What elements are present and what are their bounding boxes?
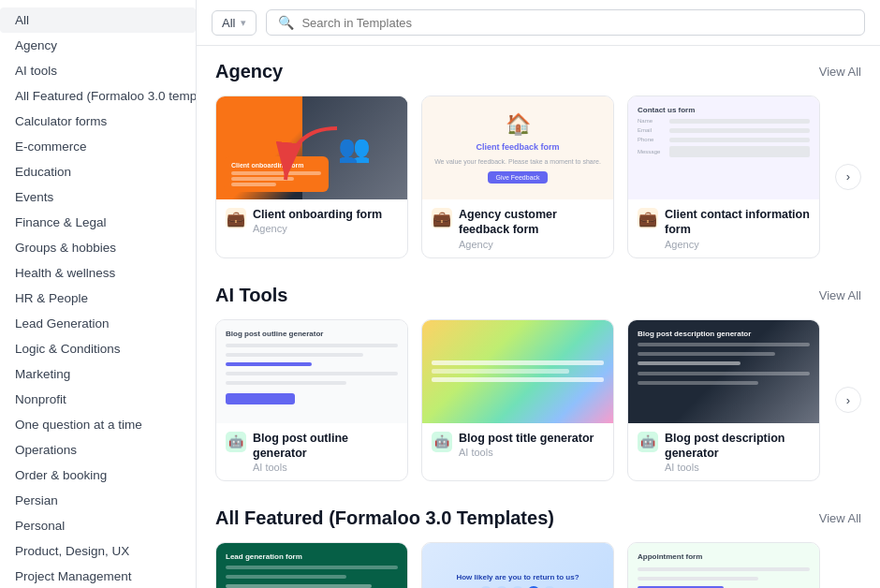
ai-tools-section-title: AI Tools: [215, 285, 287, 306]
chevron-down-icon: ▾: [241, 17, 246, 29]
sidebar-item-all-featured[interactable]: All Featured (Formaloo 3.0 templates): [0, 83, 196, 109]
featured-card-2-thumb: How likely are you to return to us? 1 2 …: [422, 543, 613, 588]
sidebar-item-calculator-forms[interactable]: Calculator forms: [0, 109, 196, 134]
ai-card-1-icon: 🤖: [226, 432, 246, 452]
agency-card-2-thumb-text: We value your feedback. Please take a mo…: [434, 157, 601, 167]
ai-card-3-icon: 🤖: [638, 432, 658, 452]
content-area: Agency View All: [197, 46, 880, 588]
featured-card-3-thumb: Appointment form ⏱️: [628, 543, 819, 588]
sidebar-item-groups-hobbies[interactable]: Groups & hobbies: [0, 235, 196, 260]
agency-card-2-category: Agency: [459, 239, 604, 250]
agency-card-3-field-1: Name: [638, 118, 810, 124]
agency-card-1-icon: 💼: [226, 208, 246, 228]
agency-view-all-button[interactable]: View All: [819, 65, 861, 79]
agency-card-1[interactable]: 👥 Client onboarding form: [215, 96, 408, 258]
ai-tools-cards-row: Blog post outline generator 🤖 Blog: [215, 319, 861, 482]
sidebar-item-hr-people[interactable]: HR & People: [0, 286, 196, 311]
sidebar-item-education[interactable]: Education: [0, 159, 196, 184]
ai-card-2-text: Blog post title generator AI tools: [459, 431, 594, 458]
all-featured-view-all-button[interactable]: View All: [819, 511, 861, 525]
agency-card-2-icon: 💼: [432, 208, 452, 228]
featured-card-2[interactable]: How likely are you to return to us? 1 2 …: [421, 542, 614, 588]
ai-card-2-icon: 🤖: [432, 432, 452, 452]
sidebar-item-marketing[interactable]: Marketing: [0, 361, 196, 387]
agency-card-3[interactable]: Contact us form Name Email Phone: [627, 96, 820, 258]
agency-card-3-thumb: Contact us form Name Email Phone: [628, 96, 819, 199]
sidebar-item-project-management[interactable]: Project Management: [0, 564, 196, 588]
sidebar-item-one-question[interactable]: One question at a time: [0, 412, 196, 437]
sidebar-item-operations[interactable]: Operations: [0, 437, 196, 463]
sidebar-item-persian[interactable]: Persian: [0, 488, 196, 513]
agency-card-2[interactable]: 🏠 Client feedback form We value your fee…: [421, 96, 614, 258]
ai-card-3-name: Blog post description generator: [665, 431, 810, 462]
search-icon: 🔍: [278, 15, 294, 30]
all-featured-section: All Featured (Formaloo 3.0 Templates) Vi…: [215, 507, 861, 588]
sidebar-item-personal[interactable]: Personal: [0, 513, 196, 538]
all-featured-cards-row: Lead generation form 🏷️ Lead genera: [215, 542, 861, 588]
agency-card-1-thumb: 👥 Client onboarding form: [216, 96, 407, 199]
agency-card-3-text: Client contact information form Agency: [665, 207, 810, 250]
ai-card-3-info: 🤖 Blog post description generator AI too…: [628, 423, 819, 481]
ai-tools-section: AI Tools View All Blog post outline gene…: [215, 285, 861, 482]
sidebar-item-order-booking[interactable]: Order & booking: [0, 463, 196, 488]
ai-card-2-thumb: [422, 320, 613, 423]
sidebar-item-nonprofit[interactable]: Nonprofit: [0, 387, 196, 412]
sidebar-item-all[interactable]: All: [0, 7, 196, 33]
ai-card-2-fields: [422, 351, 613, 391]
ai-card-2[interactable]: 🤖 Blog post title generator AI tools: [421, 319, 614, 482]
agency-card-3-icon: 💼: [638, 208, 658, 228]
agency-card-3-name: Client contact information form: [665, 207, 810, 238]
ai-card-3[interactable]: Blog post description generator 🤖 Blog p…: [627, 319, 820, 482]
ai-tools-section-header: AI Tools View All: [215, 285, 861, 306]
sidebar: All Agency AI tools All Featured (Formal…: [0, 0, 197, 588]
featured-card-1-thumb: Lead generation form: [216, 543, 407, 588]
featured-card-3[interactable]: Appointment form ⏱️ 🏷️: [627, 542, 820, 588]
agency-card-3-field-2: Email: [638, 127, 810, 133]
agency-card-1-name: Client onboarding form: [253, 207, 382, 222]
sidebar-item-ai-tools[interactable]: AI tools: [0, 58, 196, 83]
ai-card-3-text: Blog post description generator AI tools: [665, 431, 810, 474]
agency-card-2-thumb-btn: Give Feedback: [488, 171, 547, 184]
main-content: All ▾ 🔍 Agency View All: [197, 0, 880, 588]
filter-value: All: [222, 16, 235, 30]
ai-card-3-thumb-title: Blog post description generator: [638, 330, 810, 338]
agency-card-3-category: Agency: [665, 239, 810, 250]
sidebar-item-finance-legal[interactable]: Finance & Legal: [0, 210, 196, 235]
agency-card-1-info: 💼 Client onboarding form Agency: [216, 199, 407, 242]
ai-card-3-thumb: Blog post description generator: [628, 320, 819, 423]
ai-card-2-name: Blog post title generator: [459, 431, 594, 446]
ai-card-3-category: AI tools: [665, 462, 810, 473]
agency-card-1-text: Client onboarding form Agency: [253, 207, 382, 234]
ai-card-2-category: AI tools: [459, 447, 594, 458]
search-bar: 🔍: [266, 9, 865, 36]
agency-cards-row: 👥 Client onboarding form: [215, 96, 861, 258]
ai-tools-next-button[interactable]: ›: [835, 387, 861, 413]
ai-tools-view-all-button[interactable]: View All: [819, 288, 861, 302]
ai-card-1[interactable]: Blog post outline generator 🤖 Blog: [215, 319, 408, 482]
agency-card-1-category: Agency: [253, 223, 382, 234]
all-featured-section-header: All Featured (Formaloo 3.0 Templates) Vi…: [215, 507, 861, 529]
featured-card-2-thumb-question: How likely are you to return to us?: [456, 573, 579, 581]
featured-card-1[interactable]: Lead generation form 🏷️ Lead genera: [215, 542, 408, 588]
agency-card-2-thumb-title: Client feedback form: [476, 142, 559, 152]
agency-card-2-name: Agency customer feedback form: [459, 207, 604, 238]
search-input[interactable]: [301, 16, 853, 30]
agency-section: Agency View All: [215, 61, 861, 258]
agency-card-2-thumb: 🏠 Client feedback form We value your fee…: [422, 96, 613, 199]
ai-card-2-info: 🤖 Blog post title generator AI tools: [422, 423, 613, 465]
sidebar-item-agency[interactable]: Agency: [0, 33, 196, 58]
top-bar: All ▾ 🔍: [197, 0, 880, 46]
sidebar-item-events[interactable]: Events: [0, 184, 196, 210]
sidebar-item-logic-conditions[interactable]: Logic & Conditions: [0, 336, 196, 361]
filter-dropdown[interactable]: All ▾: [212, 10, 257, 36]
agency-next-button[interactable]: ›: [835, 164, 861, 190]
ai-card-1-thumb-title: Blog post outline generator: [226, 330, 398, 338]
featured-card-1-thumb-title: Lead generation form: [226, 552, 398, 561]
ai-card-1-category: AI tools: [253, 462, 398, 473]
sidebar-item-health-wellness[interactable]: Health & wellness: [0, 260, 196, 286]
sidebar-item-lead-generation[interactable]: Lead Generation: [0, 311, 196, 336]
ai-card-1-text: Blog post outline generator AI tools: [253, 431, 398, 474]
agency-section-title: Agency: [215, 61, 283, 82]
sidebar-item-product-design-ux[interactable]: Product, Design, UX: [0, 538, 196, 564]
sidebar-item-e-commerce[interactable]: E-commerce: [0, 134, 196, 159]
